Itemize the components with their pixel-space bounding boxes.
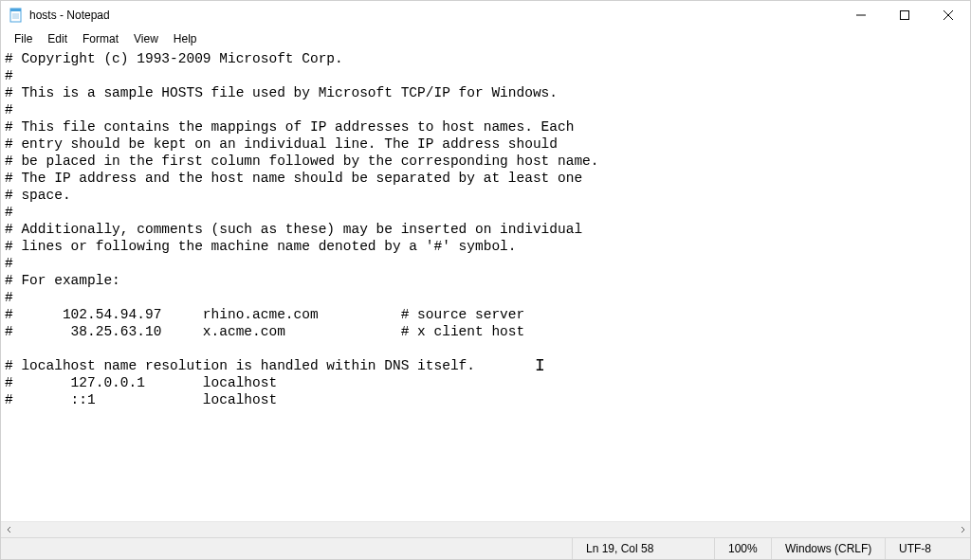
text-caret-icon: I [535, 357, 536, 372]
scroll-left-arrow-icon[interactable] [1, 522, 17, 538]
status-encoding: UTF-8 [885, 538, 970, 559]
notepad-icon [9, 8, 24, 23]
horizontal-scrollbar[interactable] [1, 521, 970, 537]
menubar: File Edit Format View Help [1, 29, 970, 48]
titlebar: hosts - Notepad [1, 1, 970, 29]
scroll-track[interactable] [17, 522, 954, 538]
editor-content: # Copyright (c) 1993-2009 Microsoft Corp… [5, 51, 599, 407]
menu-help[interactable]: Help [166, 31, 205, 46]
status-position: Ln 19, Col 58 [572, 538, 714, 559]
scroll-right-arrow-icon[interactable] [954, 522, 970, 538]
menu-format[interactable]: Format [75, 31, 126, 46]
statusbar: Ln 19, Col 58 100% Windows (CRLF) UTF-8 [1, 537, 970, 559]
status-line-ending: Windows (CRLF) [771, 538, 885, 559]
text-editor[interactable]: # Copyright (c) 1993-2009 Microsoft Corp… [1, 48, 970, 521]
minimize-button[interactable] [839, 1, 883, 29]
window-title: hosts - Notepad [29, 9, 110, 22]
close-button[interactable] [926, 1, 970, 29]
menu-view[interactable]: View [126, 31, 166, 46]
svg-rect-6 [901, 11, 909, 20]
window-controls [839, 1, 970, 29]
status-zoom: 100% [714, 538, 771, 559]
menu-file[interactable]: File [7, 31, 40, 46]
maximize-button[interactable] [883, 1, 926, 29]
svg-rect-1 [10, 9, 21, 11]
status-spacer [1, 538, 572, 559]
menu-edit[interactable]: Edit [40, 31, 75, 46]
